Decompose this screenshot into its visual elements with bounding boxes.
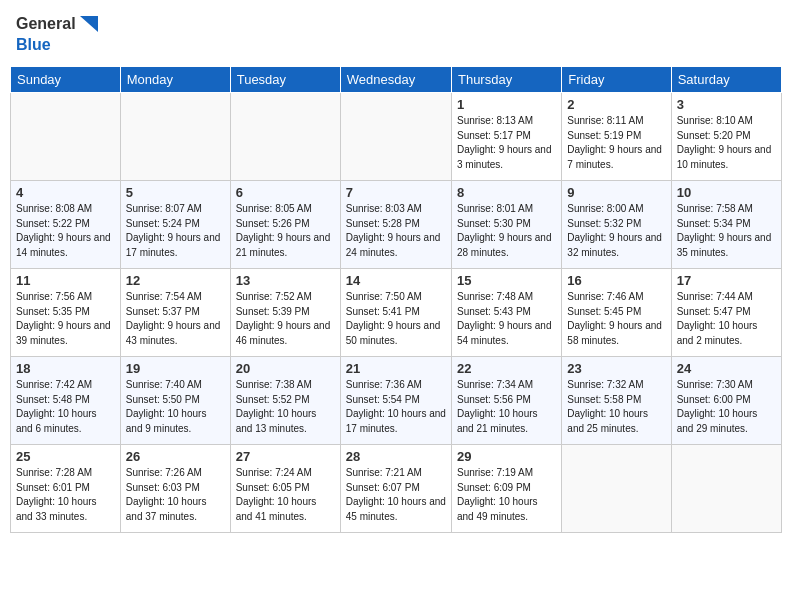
day-info: Sunrise: 8:00 AM Sunset: 5:32 PM Dayligh…: [567, 202, 665, 260]
calendar-day-cell: 5Sunrise: 8:07 AM Sunset: 5:24 PM Daylig…: [120, 181, 230, 269]
day-number: 24: [677, 361, 776, 376]
day-number: 20: [236, 361, 335, 376]
calendar-day-cell: 11Sunrise: 7:56 AM Sunset: 5:35 PM Dayli…: [11, 269, 121, 357]
day-number: 11: [16, 273, 115, 288]
day-number: 28: [346, 449, 446, 464]
calendar-day-cell: [671, 445, 781, 533]
day-number: 29: [457, 449, 556, 464]
day-info: Sunrise: 7:32 AM Sunset: 5:58 PM Dayligh…: [567, 378, 665, 436]
calendar-week-row: 25Sunrise: 7:28 AM Sunset: 6:01 PM Dayli…: [11, 445, 782, 533]
calendar-day-cell: 28Sunrise: 7:21 AM Sunset: 6:07 PM Dayli…: [340, 445, 451, 533]
calendar-day-cell: 16Sunrise: 7:46 AM Sunset: 5:45 PM Dayli…: [562, 269, 671, 357]
calendar-day-cell: 8Sunrise: 8:01 AM Sunset: 5:30 PM Daylig…: [451, 181, 561, 269]
day-info: Sunrise: 7:19 AM Sunset: 6:09 PM Dayligh…: [457, 466, 556, 524]
day-number: 26: [126, 449, 225, 464]
calendar-day-cell: 10Sunrise: 7:58 AM Sunset: 5:34 PM Dayli…: [671, 181, 781, 269]
day-info: Sunrise: 7:56 AM Sunset: 5:35 PM Dayligh…: [16, 290, 115, 348]
day-info: Sunrise: 7:36 AM Sunset: 5:54 PM Dayligh…: [346, 378, 446, 436]
day-number: 9: [567, 185, 665, 200]
day-of-week-header: Monday: [120, 67, 230, 93]
day-number: 13: [236, 273, 335, 288]
day-of-week-header: Saturday: [671, 67, 781, 93]
calendar-day-cell: 23Sunrise: 7:32 AM Sunset: 5:58 PM Dayli…: [562, 357, 671, 445]
calendar-week-row: 18Sunrise: 7:42 AM Sunset: 5:48 PM Dayli…: [11, 357, 782, 445]
day-info: Sunrise: 7:24 AM Sunset: 6:05 PM Dayligh…: [236, 466, 335, 524]
day-info: Sunrise: 7:30 AM Sunset: 6:00 PM Dayligh…: [677, 378, 776, 436]
day-info: Sunrise: 7:42 AM Sunset: 5:48 PM Dayligh…: [16, 378, 115, 436]
day-of-week-header: Friday: [562, 67, 671, 93]
calendar-day-cell: 13Sunrise: 7:52 AM Sunset: 5:39 PM Dayli…: [230, 269, 340, 357]
calendar-day-cell: 17Sunrise: 7:44 AM Sunset: 5:47 PM Dayli…: [671, 269, 781, 357]
day-number: 18: [16, 361, 115, 376]
day-info: Sunrise: 7:50 AM Sunset: 5:41 PM Dayligh…: [346, 290, 446, 348]
day-number: 16: [567, 273, 665, 288]
calendar-day-cell: 24Sunrise: 7:30 AM Sunset: 6:00 PM Dayli…: [671, 357, 781, 445]
calendar-day-cell: 12Sunrise: 7:54 AM Sunset: 5:37 PM Dayli…: [120, 269, 230, 357]
day-info: Sunrise: 7:26 AM Sunset: 6:03 PM Dayligh…: [126, 466, 225, 524]
svg-marker-0: [80, 16, 98, 32]
day-info: Sunrise: 7:58 AM Sunset: 5:34 PM Dayligh…: [677, 202, 776, 260]
day-of-week-header: Tuesday: [230, 67, 340, 93]
day-number: 5: [126, 185, 225, 200]
day-info: Sunrise: 8:03 AM Sunset: 5:28 PM Dayligh…: [346, 202, 446, 260]
day-info: Sunrise: 7:44 AM Sunset: 5:47 PM Dayligh…: [677, 290, 776, 348]
day-info: Sunrise: 7:34 AM Sunset: 5:56 PM Dayligh…: [457, 378, 556, 436]
calendar-day-cell: 29Sunrise: 7:19 AM Sunset: 6:09 PM Dayli…: [451, 445, 561, 533]
day-number: 3: [677, 97, 776, 112]
day-number: 27: [236, 449, 335, 464]
day-number: 19: [126, 361, 225, 376]
day-number: 12: [126, 273, 225, 288]
day-number: 7: [346, 185, 446, 200]
calendar-day-cell: 19Sunrise: 7:40 AM Sunset: 5:50 PM Dayli…: [120, 357, 230, 445]
day-info: Sunrise: 7:48 AM Sunset: 5:43 PM Dayligh…: [457, 290, 556, 348]
day-number: 6: [236, 185, 335, 200]
day-info: Sunrise: 7:52 AM Sunset: 5:39 PM Dayligh…: [236, 290, 335, 348]
calendar-day-cell: 4Sunrise: 8:08 AM Sunset: 5:22 PM Daylig…: [11, 181, 121, 269]
day-info: Sunrise: 7:46 AM Sunset: 5:45 PM Dayligh…: [567, 290, 665, 348]
day-info: Sunrise: 7:54 AM Sunset: 5:37 PM Dayligh…: [126, 290, 225, 348]
day-number: 23: [567, 361, 665, 376]
day-number: 8: [457, 185, 556, 200]
calendar-day-cell: [120, 93, 230, 181]
logo-general-text: General: [16, 14, 76, 33]
day-number: 10: [677, 185, 776, 200]
calendar-table: SundayMondayTuesdayWednesdayThursdayFrid…: [10, 66, 782, 533]
calendar-day-cell: 22Sunrise: 7:34 AM Sunset: 5:56 PM Dayli…: [451, 357, 561, 445]
day-info: Sunrise: 7:38 AM Sunset: 5:52 PM Dayligh…: [236, 378, 335, 436]
calendar-day-cell: 27Sunrise: 7:24 AM Sunset: 6:05 PM Dayli…: [230, 445, 340, 533]
header: GeneralBlue: [10, 10, 782, 58]
logo: GeneralBlue: [16, 14, 98, 54]
day-info: Sunrise: 7:40 AM Sunset: 5:50 PM Dayligh…: [126, 378, 225, 436]
day-of-week-header: Thursday: [451, 67, 561, 93]
calendar-day-cell: 9Sunrise: 8:00 AM Sunset: 5:32 PM Daylig…: [562, 181, 671, 269]
day-number: 22: [457, 361, 556, 376]
calendar-day-cell: 26Sunrise: 7:26 AM Sunset: 6:03 PM Dayli…: [120, 445, 230, 533]
logo-blue-text: Blue: [16, 35, 51, 54]
calendar-day-cell: 21Sunrise: 7:36 AM Sunset: 5:54 PM Dayli…: [340, 357, 451, 445]
day-info: Sunrise: 7:21 AM Sunset: 6:07 PM Dayligh…: [346, 466, 446, 524]
calendar-day-cell: 25Sunrise: 7:28 AM Sunset: 6:01 PM Dayli…: [11, 445, 121, 533]
calendar-day-cell: [340, 93, 451, 181]
day-info: Sunrise: 8:10 AM Sunset: 5:20 PM Dayligh…: [677, 114, 776, 172]
day-number: 21: [346, 361, 446, 376]
calendar-week-row: 1Sunrise: 8:13 AM Sunset: 5:17 PM Daylig…: [11, 93, 782, 181]
day-number: 4: [16, 185, 115, 200]
calendar-day-cell: 2Sunrise: 8:11 AM Sunset: 5:19 PM Daylig…: [562, 93, 671, 181]
day-of-week-header: Wednesday: [340, 67, 451, 93]
calendar-day-cell: 1Sunrise: 8:13 AM Sunset: 5:17 PM Daylig…: [451, 93, 561, 181]
calendar-day-cell: 20Sunrise: 7:38 AM Sunset: 5:52 PM Dayli…: [230, 357, 340, 445]
day-number: 15: [457, 273, 556, 288]
day-number: 2: [567, 97, 665, 112]
calendar-day-cell: 3Sunrise: 8:10 AM Sunset: 5:20 PM Daylig…: [671, 93, 781, 181]
day-info: Sunrise: 8:01 AM Sunset: 5:30 PM Dayligh…: [457, 202, 556, 260]
calendar-day-cell: 15Sunrise: 7:48 AM Sunset: 5:43 PM Dayli…: [451, 269, 561, 357]
day-info: Sunrise: 8:07 AM Sunset: 5:24 PM Dayligh…: [126, 202, 225, 260]
calendar-week-row: 4Sunrise: 8:08 AM Sunset: 5:22 PM Daylig…: [11, 181, 782, 269]
calendar-day-cell: 7Sunrise: 8:03 AM Sunset: 5:28 PM Daylig…: [340, 181, 451, 269]
day-of-week-header: Sunday: [11, 67, 121, 93]
day-info: Sunrise: 8:13 AM Sunset: 5:17 PM Dayligh…: [457, 114, 556, 172]
calendar-day-cell: 18Sunrise: 7:42 AM Sunset: 5:48 PM Dayli…: [11, 357, 121, 445]
day-info: Sunrise: 8:05 AM Sunset: 5:26 PM Dayligh…: [236, 202, 335, 260]
day-number: 25: [16, 449, 115, 464]
calendar-header-row: SundayMondayTuesdayWednesdayThursdayFrid…: [11, 67, 782, 93]
